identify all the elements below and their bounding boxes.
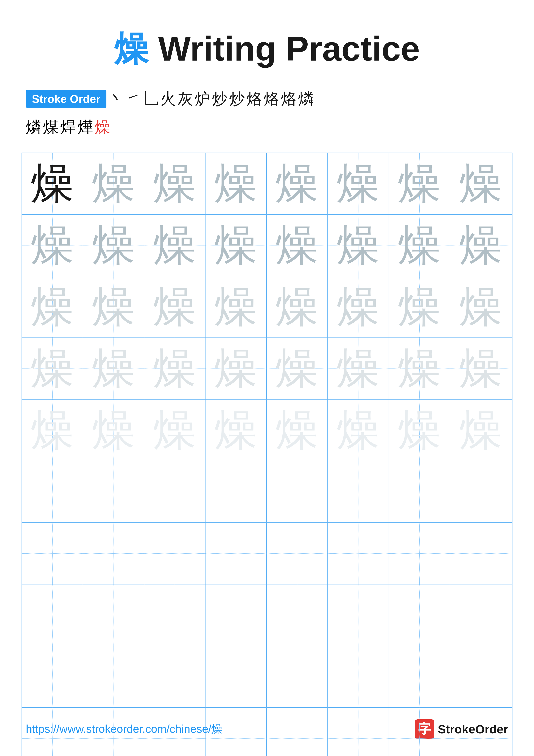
grid-cell: 燥	[450, 399, 511, 461]
grid-cell: 燥	[267, 338, 328, 399]
grid-cell: 燥	[206, 153, 267, 214]
grid-cell	[267, 461, 328, 523]
grid-cell: 燥	[328, 153, 389, 214]
grid-cell: 燥	[389, 276, 450, 338]
grid-cell: 燥	[328, 276, 389, 338]
grid-cell: 燥	[206, 276, 267, 338]
grid-cell: 燥	[22, 338, 83, 399]
grid-cell	[83, 584, 144, 646]
grid-cell	[328, 523, 389, 584]
grid-cell: 燥	[389, 215, 450, 276]
grid-cell	[450, 584, 511, 646]
grid-cell	[144, 646, 206, 707]
grid-cell: 燥	[450, 338, 511, 399]
grid-cell	[206, 584, 267, 646]
grid-cell: 燥	[450, 276, 511, 338]
grid-cell	[389, 523, 450, 584]
grid-cell: 燥	[389, 153, 450, 214]
grid-cell	[328, 584, 389, 646]
grid-cell	[267, 523, 328, 584]
grid-cell: 燥	[144, 215, 206, 276]
grid-cell: 燥	[83, 399, 144, 461]
page-title: 燥 Writing Practice	[0, 0, 534, 85]
stroke-order-section: Stroke Order ⼂ ㇀ ⺃ 火 灰 炉 炒 炒 烙 烙 烙 燐	[0, 85, 534, 117]
grid-cell: 燥	[83, 153, 144, 214]
grid-cell: 燥	[389, 399, 450, 461]
grid-cell: 燥	[267, 215, 328, 276]
grid-cell: 燥	[267, 276, 328, 338]
grid-cell: 燥	[267, 399, 328, 461]
grid-cell: 燥	[450, 215, 511, 276]
grid-row: 燥 燥 燥 燥 燥 燥 燥 燥	[22, 215, 512, 276]
title-character: 燥	[114, 30, 149, 68]
grid-cell	[22, 523, 83, 584]
grid-cell: 燥	[206, 399, 267, 461]
grid-row: 燥 燥 燥 燥 燥 燥 燥 燥	[22, 399, 512, 461]
grid-cell: 燥	[450, 153, 511, 214]
grid-row	[22, 461, 512, 523]
grid-cell: 燥	[144, 338, 206, 399]
footer-url: https://www.strokeorder.com/chinese/燥	[26, 721, 222, 737]
grid-cell	[144, 461, 206, 523]
grid-row: 燥 燥 燥 燥 燥 燥 燥 燥	[22, 153, 512, 215]
grid-cell	[389, 461, 450, 523]
grid-row: 燥 燥 燥 燥 燥 燥 燥 燥	[22, 276, 512, 338]
grid-cell	[328, 646, 389, 707]
grid-cell	[267, 584, 328, 646]
grid-cell	[144, 584, 206, 646]
grid-cell: 燥	[389, 338, 450, 399]
grid-cell: 燥	[83, 276, 144, 338]
grid-cell	[328, 461, 389, 523]
grid-cell: 燥	[22, 153, 83, 214]
grid-cell	[389, 646, 450, 707]
grid-row: 燥 燥 燥 燥 燥 燥 燥 燥	[22, 338, 512, 399]
grid-cell	[450, 646, 511, 707]
grid-cell: 燥	[144, 276, 206, 338]
grid-cell: 燥	[328, 215, 389, 276]
stroke-order-badge: Stroke Order	[26, 90, 106, 108]
grid-cell	[144, 523, 206, 584]
grid-cell	[206, 523, 267, 584]
grid-cell	[206, 461, 267, 523]
grid-cell: 燥	[144, 399, 206, 461]
footer-logo-icon: 字	[415, 719, 434, 739]
grid-cell: 燥	[206, 338, 267, 399]
grid-row	[22, 584, 512, 646]
grid-cell: 燥	[83, 338, 144, 399]
grid-cell: 燥	[22, 276, 83, 338]
grid-cell: 燥	[328, 399, 389, 461]
grid-cell	[267, 646, 328, 707]
title-text: Writing Practice	[149, 29, 420, 68]
grid-cell: 燥	[22, 215, 83, 276]
grid-cell: 燥	[267, 153, 328, 214]
grid-cell	[450, 523, 511, 584]
grid-row	[22, 646, 512, 708]
grid-cell: 燥	[206, 215, 267, 276]
grid-cell: 燥	[328, 338, 389, 399]
footer-logo-text: StrokeOrder	[438, 722, 508, 736]
footer: https://www.strokeorder.com/chinese/燥 字 …	[0, 719, 534, 739]
grid-cell: 燥	[83, 215, 144, 276]
grid-cell: 燥	[22, 399, 83, 461]
stroke-sequence-line2: 燐 煤 焊 燁 燥	[0, 117, 534, 148]
grid-row	[22, 523, 512, 584]
grid-cell	[83, 523, 144, 584]
grid-cell	[22, 584, 83, 646]
grid-cell	[206, 646, 267, 707]
grid-cell	[83, 461, 144, 523]
footer-logo: 字 StrokeOrder	[415, 719, 508, 739]
practice-grid: 燥 燥 燥 燥 燥 燥 燥 燥 燥 燥 燥	[21, 152, 513, 756]
grid-cell: 燥	[144, 153, 206, 214]
grid-cell	[22, 461, 83, 523]
grid-cell	[389, 584, 450, 646]
stroke-sequence-line1: ⼂ ㇀ ⺃ 火 灰 炉 炒 炒 烙 烙 烙 燐	[109, 90, 314, 108]
grid-cell	[83, 646, 144, 707]
grid-cell	[22, 646, 83, 707]
grid-cell	[450, 461, 511, 523]
